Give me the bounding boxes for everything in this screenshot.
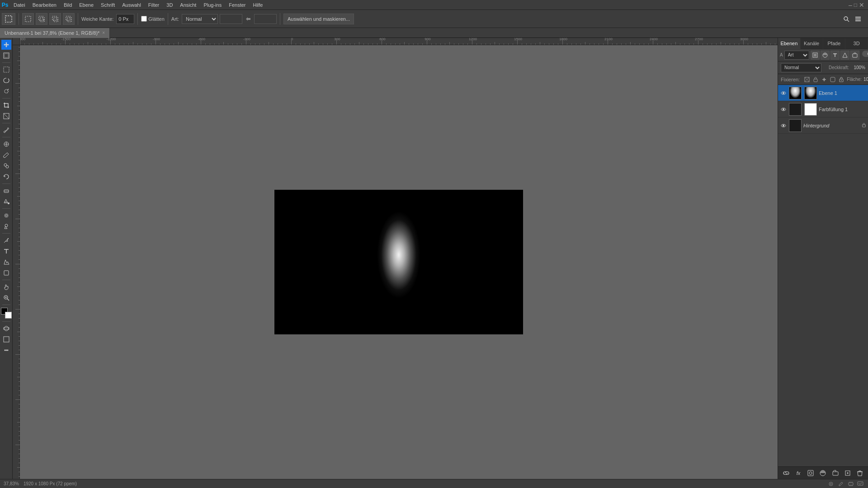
artboard-tool[interactable] (1, 51, 11, 61)
lock-image-btn[interactable] (812, 76, 819, 83)
crop-tool[interactable] (1, 100, 11, 110)
color-picker[interactable] (1, 308, 12, 319)
svg-rect-64 (849, 483, 853, 485)
menu-ansicht[interactable]: Ansicht (176, 0, 200, 10)
layer-filter-pixel-btn[interactable] (811, 51, 820, 60)
eraser-tool[interactable] (1, 186, 11, 196)
extra-tools-btn[interactable] (1, 345, 11, 355)
lasso-tool[interactable] (1, 75, 11, 85)
blur-tool[interactable] (1, 211, 11, 221)
intersect-selection-btn[interactable] (63, 13, 75, 25)
layer-filter-type-btn[interactable] (830, 51, 840, 60)
zoom-tool[interactable] (1, 293, 11, 303)
layer-visibility-ebene1[interactable] (780, 89, 787, 97)
pen-tool[interactable] (1, 235, 11, 245)
glitter-checkbox[interactable] (141, 16, 147, 22)
add-selection-btn[interactable]: + (36, 13, 47, 25)
frame-tool[interactable] (1, 111, 11, 121)
subtract-selection-btn[interactable]: − (49, 13, 61, 25)
lt-sep-6 (2, 208, 10, 209)
height-input[interactable] (254, 14, 277, 24)
tab-pfade[interactable]: Pfade (823, 38, 846, 49)
layer-visibility-hintergrund[interactable] (780, 122, 787, 129)
delete-layer-btn[interactable] (855, 469, 864, 478)
gpu-btn[interactable] (847, 480, 854, 488)
menu-hilfe[interactable]: Hilfe (249, 0, 266, 10)
window-close[interactable]: ✕ (859, 1, 864, 9)
select-mask-btn[interactable]: Auswählen und maskieren... (283, 14, 354, 24)
filter-toggle[interactable] (862, 51, 868, 57)
menu-filter[interactable]: Filter (145, 0, 163, 10)
layer-visibility-farbfuellung[interactable] (780, 106, 787, 113)
move-tool[interactable] (1, 40, 11, 50)
type-tool[interactable] (1, 246, 11, 256)
status-bar: 37,83% 868 x 488 Px (72 ppem) (0, 479, 868, 488)
eyedropper-tool[interactable] (1, 125, 11, 135)
background-color[interactable] (5, 312, 12, 319)
menu-fenster[interactable]: Fenster (225, 0, 249, 10)
width-input[interactable] (220, 14, 242, 24)
svg-rect-43 (853, 54, 857, 57)
fill-tool[interactable] (1, 197, 11, 206)
lock-transparent-btn[interactable] (803, 76, 811, 83)
quick-mask-tool[interactable] (1, 324, 11, 333)
add-group-btn[interactable] (831, 469, 840, 478)
shape-tool[interactable] (1, 268, 11, 278)
marquee-tool[interactable] (1, 65, 11, 75)
menu-bearbeiten[interactable]: Bearbeiten (29, 0, 60, 10)
add-layer-btn[interactable] (843, 469, 852, 478)
tab-kanaele[interactable]: Kanäle (801, 38, 823, 49)
art-select[interactable]: Normal Fixiert Festes Seitenverhältnis (182, 14, 218, 24)
menu-auswahl[interactable]: Auswahl (118, 0, 145, 10)
timeline-btn[interactable] (857, 480, 864, 488)
workspace-icon[interactable] (854, 14, 863, 23)
menu-datei[interactable]: Datei (10, 0, 29, 10)
ruler-corner (13, 38, 20, 45)
status-settings-btn[interactable] (827, 480, 835, 488)
path-select-tool[interactable] (1, 257, 11, 267)
selection-tool-icon[interactable] (2, 13, 15, 25)
add-mask-btn[interactable] (806, 469, 815, 478)
layer-row-hintergrund[interactable]: Hintergrund (778, 117, 868, 134)
brush-tool[interactable] (1, 150, 11, 160)
layer-row-farbfuellung[interactable]: Farbfüllung 1 (778, 101, 868, 117)
history-brush-tool[interactable] (1, 172, 11, 182)
add-adjustment-btn[interactable] (818, 469, 827, 478)
document-tab[interactable]: Unbenannt-1 bei 37,8% (Ebene 1, RGB/8)* … (0, 28, 110, 38)
screen-mode-btn[interactable] (1, 334, 11, 344)
window-minimize[interactable]: – (849, 1, 852, 9)
blend-mode-select[interactable]: Normal Multiplizieren Bildschirm Überlag… (781, 63, 821, 72)
filter-icon: A (780, 52, 783, 57)
lock-position-btn[interactable] (821, 76, 828, 83)
menu-bild[interactable]: Bild (60, 0, 75, 10)
swap-dimensions-btn[interactable] (244, 14, 252, 24)
menu-plugins[interactable]: Plug-ins (200, 0, 225, 10)
tab-ebenen[interactable]: Ebenen (778, 38, 801, 49)
heal-tool[interactable] (1, 139, 11, 149)
new-selection-btn[interactable] (22, 13, 34, 25)
layer-filter-select[interactable]: Art Name Effekt (784, 51, 809, 60)
add-link-btn[interactable] (782, 469, 791, 478)
canvas-content (20, 45, 778, 479)
layer-row-ebene1[interactable]: Ebene 1 (778, 85, 868, 101)
window-restore[interactable]: □ (854, 2, 857, 8)
lock-all-btn[interactable] (838, 76, 845, 83)
quick-select-tool[interactable] (1, 86, 11, 96)
dodge-tool[interactable] (1, 221, 11, 231)
status-edit-btn[interactable] (837, 480, 844, 488)
search-icon[interactable] (842, 14, 851, 23)
glitter-checkbox-area: Glätten (141, 16, 164, 22)
menu-schrift[interactable]: Schrift (97, 0, 118, 10)
add-fx-btn[interactable]: fx (794, 469, 803, 478)
lock-artboard-btn[interactable] (829, 76, 836, 83)
tab-3d[interactable]: 3D (845, 38, 868, 49)
layer-filter-smartobj-btn[interactable] (850, 51, 859, 60)
menu-3d[interactable]: 3D (163, 0, 176, 10)
layer-filter-shape-btn[interactable] (840, 51, 849, 60)
clone-tool[interactable] (1, 161, 11, 171)
soft-edge-input[interactable] (116, 14, 134, 24)
hand-tool[interactable] (1, 282, 11, 292)
tab-close-btn[interactable]: × (102, 28, 105, 38)
menu-ebene[interactable]: Ebene (75, 0, 97, 10)
layer-filter-adj-btn[interactable] (821, 51, 830, 60)
